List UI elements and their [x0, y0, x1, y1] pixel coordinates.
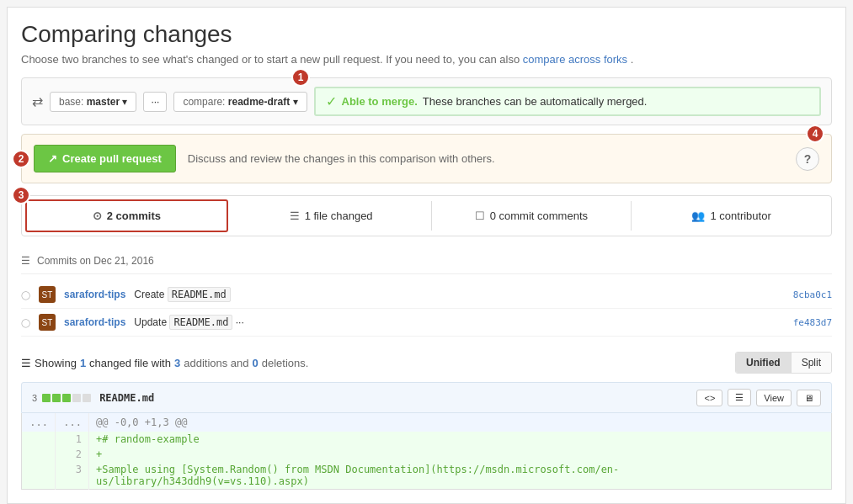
additions-count-badge: 3	[32, 393, 37, 403]
add-block-3	[62, 394, 71, 402]
create-pr-section: 2 4 ↗ Create pull request Discuss and re…	[21, 134, 832, 183]
commit-author[interactable]: saraford-tips	[64, 289, 125, 300]
commit-hash[interactable]: 8cba0c1	[793, 289, 832, 300]
line-num-left	[22, 447, 56, 462]
merge-description: These branches can be automatically merg…	[423, 95, 648, 108]
file-actions: <> ☰ View 🖥	[696, 389, 821, 406]
commit-dot-icon: ◯	[21, 290, 30, 300]
commit-author[interactable]: saraford-tips	[64, 316, 125, 328]
base-label: base:	[59, 96, 83, 108]
base-branch-button[interactable]: base: master ▾	[50, 92, 136, 112]
branch-selector-row: 1 ⇄ base: master ▾ ··· compare: readme-d…	[21, 77, 832, 125]
branch-icon: ⇄	[32, 93, 43, 109]
tabs-row: 3 ⊙ 2 commits ☰ 1 file changed ☐ 0 commi…	[21, 195, 832, 236]
diff-add-row: 3 +Sample using [System.Random() from MS…	[22, 462, 832, 490]
annotation-2: 2	[12, 150, 30, 168]
avatar: ST	[39, 286, 56, 303]
tab-files-changed[interactable]: ☰ 1 file changed	[232, 201, 432, 231]
compare-label: compare:	[183, 96, 225, 108]
compare-branch-button[interactable]: compare: readme-draft ▾	[173, 92, 307, 112]
merge-status: ✓ Able to merge. These branches can be a…	[314, 87, 822, 116]
help-button[interactable]: ?	[796, 147, 819, 171]
commit-dot-icon: ◯	[21, 318, 30, 327]
create-pr-label: Create pull request	[62, 152, 162, 165]
compare-across-forks-link[interactable]: compare across forks	[523, 53, 627, 66]
diff-meta-row: ... ... @@ -0,0 +1,3 @@	[22, 413, 832, 432]
branch-dots-button[interactable]: ···	[143, 92, 167, 112]
line-num-right: 3	[56, 462, 89, 490]
tab-commits-label: 2 commits	[107, 210, 161, 222]
commit-hash[interactable]: fe483d7	[793, 317, 832, 328]
file-list-button[interactable]: ☰	[728, 389, 751, 406]
commit-filename: README.md	[169, 315, 232, 330]
tab-commit-comments[interactable]: ☐ 0 commit comments	[432, 201, 632, 231]
diff-add-row: 1 +# random-example	[22, 432, 832, 447]
create-pr-description: Discuss and review the changes in this c…	[188, 152, 495, 165]
commit-row: ◯ ST saraford-tips Update README.md ··· …	[21, 309, 832, 337]
tab-comments-label: 0 commit comments	[490, 210, 588, 222]
create-pull-request-button[interactable]: ↗ Create pull request	[34, 145, 176, 172]
files-icon: ☰	[290, 210, 300, 222]
compare-value: readme-draft	[228, 96, 290, 108]
add-block-5	[83, 394, 91, 402]
file-name: README.md	[99, 392, 154, 404]
line-num-right: 2	[56, 447, 89, 462]
able-to-merge-text: Able to merge.	[342, 95, 418, 108]
code-view-button[interactable]: <>	[696, 390, 722, 406]
add-block-2	[52, 394, 61, 402]
file-diff-header: 3 README.md <> ☰ View 🖥	[21, 382, 832, 413]
page-subtitle: Choose two branches to see what's change…	[21, 53, 832, 66]
unified-view-button[interactable]: Unified	[736, 353, 792, 373]
file-additions-visual: 3	[32, 393, 91, 403]
add-block-1	[42, 394, 51, 402]
commit-message: Update README.md ···	[134, 316, 784, 328]
tab-contributors-label: 1 contributor	[710, 210, 770, 222]
diff-summary: ☰ Showing 1 changed file with 3 addition…	[21, 343, 832, 382]
tab-commits[interactable]: ⊙ 2 commits	[25, 199, 228, 232]
avatar: ST	[39, 314, 56, 331]
commits-header-icon: ☰	[21, 255, 30, 267]
tab-files-label: 1 file changed	[305, 210, 373, 222]
annotation-1: 1	[291, 68, 310, 87]
contributors-icon: 👥	[691, 210, 705, 222]
commit-row: ◯ ST saraford-tips Create README.md 8cba…	[21, 281, 832, 309]
line-num-right: 1	[56, 432, 89, 447]
meta-left-num: ...	[22, 413, 56, 432]
changed-file-count: 1	[80, 357, 86, 369]
diff-line-content: +# random-example	[89, 432, 832, 447]
view-file-button[interactable]: View	[756, 390, 792, 406]
comments-icon: ☐	[475, 210, 485, 222]
add-block-4	[72, 394, 81, 402]
file-icon: ☰	[21, 357, 31, 369]
commit-filename: README.md	[168, 287, 231, 302]
check-icon: ✓	[326, 93, 337, 109]
base-value: master	[87, 96, 120, 108]
diff-line-content: +Sample using [System.Random() from MSDN…	[89, 462, 832, 490]
deletions-count: 0	[253, 357, 259, 369]
meta-content: @@ -0,0 +1,3 @@	[89, 413, 832, 432]
tab-contributors[interactable]: 👥 1 contributor	[632, 201, 831, 231]
commit-message: Create README.md	[134, 289, 784, 300]
meta-right-num: ...	[56, 413, 89, 432]
split-view-button[interactable]: Split	[792, 353, 831, 373]
monitor-button[interactable]: 🖥	[797, 390, 821, 406]
line-num-left	[22, 462, 56, 490]
diff-add-row: 2 +	[22, 447, 832, 462]
additions-count: 3	[174, 357, 180, 369]
view-toggle: Unified Split	[735, 352, 832, 374]
annotation-3: 3	[12, 186, 30, 204]
diff-table: ... ... @@ -0,0 +1,3 @@ 1 +# random-exam…	[21, 413, 832, 490]
commits-date-text: Commits on Dec 21, 2016	[37, 255, 154, 267]
diff-line-content: +	[89, 447, 832, 462]
commits-icon: ⊙	[93, 210, 102, 222]
page-title: Comparing changes	[21, 21, 832, 48]
commits-date-header: ☰ Commits on Dec 21, 2016	[21, 248, 832, 274]
create-pr-icon: ↗	[48, 152, 57, 165]
annotation-4: 4	[806, 125, 824, 143]
line-num-left	[22, 432, 56, 447]
